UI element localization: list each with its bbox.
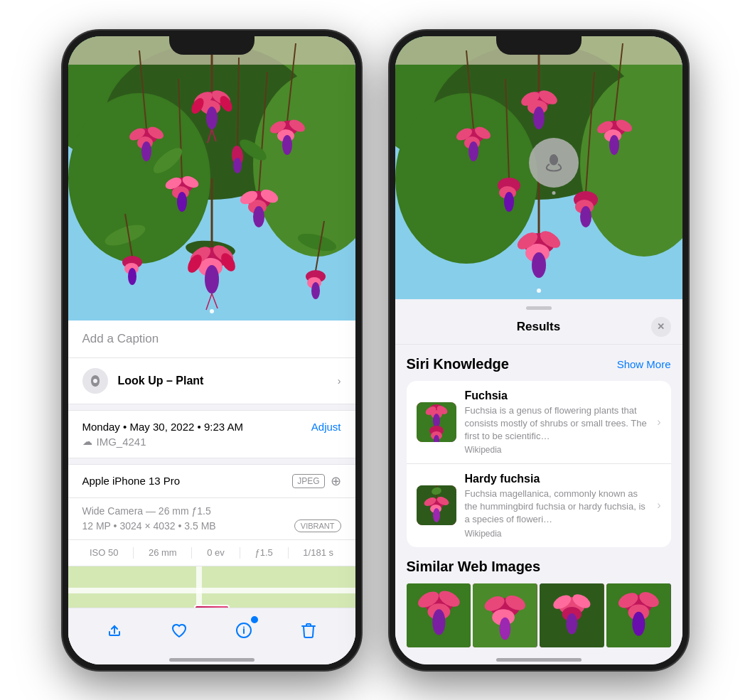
share-button[interactable]: [100, 616, 129, 645]
info-badge: [250, 615, 259, 625]
home-indicator: [169, 658, 255, 662]
like-button[interactable]: [165, 616, 193, 645]
cloud-icon: ☁: [82, 436, 92, 447]
svg-point-52: [128, 268, 136, 285]
hardy-info: Hardy fuchsia Fuchsia magellanica, commo…: [465, 473, 649, 539]
camera-settings-icon[interactable]: ⊕: [331, 473, 341, 489]
similar-thumb-2[interactable]: [473, 583, 537, 648]
camera-specs-line1: Wide Camera — 26 mm ƒ1.5: [82, 505, 341, 517]
svg-point-130: [433, 508, 440, 522]
svg-point-26: [282, 135, 292, 155]
svg-point-105: [504, 192, 514, 212]
svg-rect-68: [68, 588, 355, 593]
fuchsia-desc: Fuchsia is a genus of flowering plants t…: [465, 404, 649, 443]
meta-section: Monday • May 30, 2022 • 9:23 AM Adjust ☁…: [68, 410, 355, 458]
svg-point-149: [566, 613, 577, 634]
svg-point-113: [532, 252, 546, 278]
info-button[interactable]: [230, 616, 258, 645]
svg-point-143: [500, 617, 511, 640]
fuchsia-thumb: [417, 402, 456, 442]
knowledge-item-fuchsia[interactable]: Fuchsia Fuchsia is a genus of flowering …: [407, 381, 671, 465]
device-section: Apple iPhone 13 Pro JPEG ⊕ Wide Camera —…: [68, 464, 355, 566]
similar-grid: [407, 583, 671, 648]
exif-row: ISO 50 26 mm 0 ev ƒ1.5 1/181 s: [68, 540, 355, 566]
camera-specs: Wide Camera — 26 mm ƒ1.5 12 MP • 3024 × …: [68, 498, 355, 540]
fuchsia-name: Fuchsia: [465, 389, 649, 402]
svg-point-43: [233, 158, 242, 173]
similar-section: Similar Web Images: [407, 559, 671, 648]
similar-thumb-1[interactable]: [407, 583, 471, 648]
svg-point-81: [395, 93, 537, 264]
device-name: Apple iPhone 13 Pro: [82, 475, 181, 487]
fuchsia-info: Fuchsia Fuchsia is a genus of flowering …: [465, 389, 649, 456]
lookup-row[interactable]: Look Up – Plant ›: [68, 358, 355, 404]
bottom-toolbar: [68, 608, 355, 664]
siri-knowledge-title: Siri Knowledge: [407, 356, 509, 372]
adjust-button[interactable]: Adjust: [311, 421, 341, 433]
exif-shutter: 1/181 s: [303, 547, 333, 558]
svg-point-56: [311, 282, 320, 299]
fuchsia-source: Wikipedia: [465, 445, 649, 455]
flower-photo-right: [395, 36, 682, 299]
siri-dot: [552, 191, 555, 195]
results-title: Results: [517, 320, 560, 334]
exif-aperture: ƒ1.5: [255, 547, 272, 558]
hardy-desc: Fuchsia magellanica, commonly known as t…: [465, 488, 649, 527]
knowledge-card: Fuchsia Fuchsia is a genus of flowering …: [407, 381, 671, 547]
svg-point-99: [609, 135, 619, 155]
lookup-icon: [82, 368, 108, 394]
hardy-source: Wikipedia: [465, 529, 649, 539]
flower-photo[interactable]: [68, 36, 355, 321]
svg-point-93: [468, 141, 478, 161]
svg-point-32: [177, 192, 187, 212]
svg-point-109: [580, 206, 591, 227]
results-content: Siri Knowledge Show More: [395, 345, 682, 659]
fuchsia-chevron: ›: [657, 416, 660, 429]
vibrant-badge: VIBRANT: [294, 519, 341, 532]
lookup-label: Look Up – Plant: [118, 375, 204, 387]
hardy-name: Hardy fuchsia: [465, 473, 649, 485]
results-sheet: Results ✕ Siri Knowledge Show More: [395, 299, 682, 664]
siri-knowledge-header: Siri Knowledge Show More: [407, 356, 671, 372]
exif-ev: 0 ev: [207, 547, 225, 558]
delete-button[interactable]: [294, 616, 323, 645]
close-button[interactable]: ✕: [651, 317, 671, 337]
filename: IMG_4241: [97, 436, 146, 448]
close-icon: ✕: [657, 322, 665, 331]
svg-point-87: [533, 107, 545, 129]
left-phone: Add a Caption Look Up – Plant: [63, 31, 361, 670]
format-badge: JPEG: [292, 474, 324, 488]
similar-thumb-3[interactable]: [540, 583, 604, 648]
caption-area[interactable]: Add a Caption: [68, 321, 355, 358]
hardy-thumb: [417, 485, 456, 525]
svg-point-76: [243, 627, 245, 628]
home-indicator-right: [496, 658, 582, 662]
svg-point-20: [141, 141, 151, 161]
photo-date: Monday • May 30, 2022 • 9:23 AM: [82, 421, 243, 433]
lookup-arrow: ›: [338, 375, 341, 387]
exif-focal: 26 mm: [149, 547, 177, 558]
knowledge-item-hardy[interactable]: Hardy fuchsia Fuchsia magellanica, commo…: [407, 464, 671, 547]
svg-point-60: [205, 265, 219, 294]
svg-point-10: [206, 107, 218, 129]
svg-point-38: [253, 206, 264, 227]
svg-point-137: [432, 609, 445, 635]
svg-point-155: [632, 611, 645, 635]
svg-point-116: [537, 289, 541, 293]
right-phone: Results ✕ Siri Knowledge Show More: [390, 31, 688, 670]
caption-placeholder: Add a Caption: [82, 332, 159, 345]
photo-view: Add a Caption Look Up – Plant: [68, 36, 355, 664]
similar-title: Similar Web Images: [407, 559, 671, 575]
results-view: Results ✕ Siri Knowledge Show More: [395, 36, 682, 664]
results-header: Results ✕: [395, 310, 682, 345]
exif-iso: ISO 50: [90, 547, 118, 558]
show-more-button[interactable]: Show More: [617, 358, 671, 370]
hardy-chevron: ›: [657, 499, 660, 512]
camera-specs-mp: 12 MP • 3024 × 4032 • 3.5 MB: [82, 520, 216, 532]
siri-visual-intelligence-overlay: [529, 138, 579, 188]
similar-thumb-4[interactable]: [606, 583, 671, 648]
